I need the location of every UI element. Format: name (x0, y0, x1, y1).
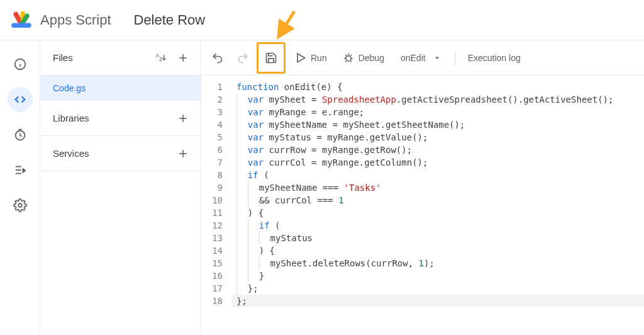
svg-line-24 (345, 55, 347, 56)
arrow-annotation (274, 8, 299, 41)
sort-az-icon[interactable]: AZ (150, 48, 170, 68)
add-service-icon[interactable] (173, 144, 193, 164)
svg-line-27 (350, 61, 352, 62)
svg-line-18 (282, 11, 294, 31)
libraries-title: Libraries (53, 113, 89, 123)
save-button[interactable] (260, 47, 282, 69)
app-name: Apps Script (40, 12, 111, 28)
settings-icon[interactable] (8, 193, 33, 218)
chevron-down-icon (433, 54, 441, 62)
services-section-header: Services (40, 136, 201, 171)
svg-marker-7 (23, 169, 25, 173)
toolbar-separator (455, 50, 455, 65)
file-item-code-gs[interactable]: Code.gs (40, 76, 201, 101)
editor-toolbar: Run Debug onEdit Execution log (201, 40, 644, 76)
overview-icon[interactable] (8, 52, 33, 77)
code-editor[interactable]: 123456789101112131415161718 function onE… (201, 76, 644, 335)
exec-log-label: Execution log (468, 53, 521, 63)
selected-function: onEdit (401, 53, 426, 63)
svg-rect-20 (346, 55, 351, 60)
nav-rail (0, 40, 40, 335)
add-library-icon[interactable] (173, 108, 193, 128)
undo-button[interactable] (206, 47, 229, 69)
apps-script-logo (10, 9, 33, 31)
function-select[interactable]: onEdit (393, 53, 448, 63)
svg-text:Z: Z (159, 56, 162, 62)
redo-button[interactable] (231, 47, 254, 69)
execution-log-button[interactable]: Execution log (462, 47, 527, 69)
svg-line-25 (350, 55, 352, 56)
executions-icon[interactable] (8, 157, 33, 183)
svg-point-8 (18, 203, 22, 207)
triggers-icon[interactable] (8, 122, 33, 147)
main-pane: Run Debug onEdit Execution log 123456789… (201, 40, 644, 335)
files-section-header: Files AZ (40, 40, 201, 76)
save-highlight-annotation (257, 42, 286, 74)
debug-button[interactable]: Debug (336, 47, 391, 69)
files-title: Files (53, 52, 73, 63)
code-content[interactable]: function onEdit(e) { var mySheet = Sprea… (231, 81, 644, 335)
line-gutter: 123456789101112131415161718 (201, 81, 231, 335)
add-file-icon[interactable] (173, 48, 193, 68)
svg-line-26 (345, 61, 347, 62)
editor-icon[interactable] (8, 87, 33, 112)
run-button[interactable]: Run (288, 47, 333, 69)
run-label: Run (311, 53, 327, 63)
libraries-section-header: Libraries (40, 101, 201, 136)
header-bar: Apps Script Delete Row (0, 0, 644, 40)
svg-marker-19 (297, 54, 305, 62)
debug-label: Debug (358, 53, 384, 63)
sidebar: Files AZ Code.gs Libraries Services (40, 40, 201, 335)
project-name[interactable]: Delete Row (134, 12, 206, 28)
services-title: Services (53, 148, 89, 159)
svg-marker-28 (435, 57, 439, 59)
